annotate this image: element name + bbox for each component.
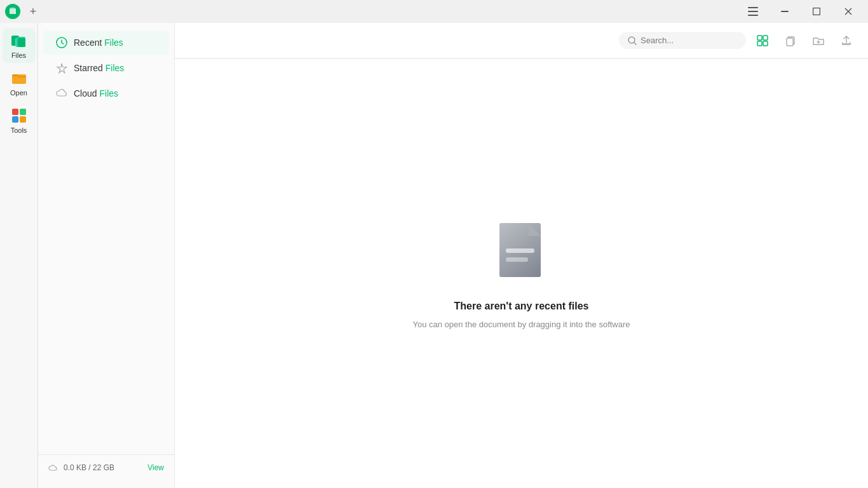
svg-rect-2 [748,15,758,16]
sidebar-item-recent-label: Recent Files [74,37,123,48]
app-logo [5,4,20,19]
svg-rect-31 [506,257,528,262]
app-body: Files Open Tools [0,23,868,488]
maximize-button[interactable] [802,1,831,22]
svg-rect-3 [781,11,789,12]
clock-icon [56,37,67,48]
new-tab-button[interactable]: + [25,4,41,19]
files-icon [10,32,28,50]
sidebar-item-cloud[interactable]: Cloud Files [43,81,169,105]
sidebar-item-starred[interactable]: Starred Files [43,56,169,80]
search-box[interactable] [619,32,746,49]
sidebar-item-recent[interactable]: Recent Files [43,30,169,55]
search-icon [628,36,637,45]
svg-rect-24 [763,41,768,46]
nav-item-open-label: Open [10,89,27,97]
minimize-button[interactable] [770,1,799,22]
svg-rect-4 [813,8,820,15]
nav-item-files[interactable]: Files [3,28,36,63]
cloud-icon [56,88,67,99]
grid-icon [757,35,768,46]
add-folder-button[interactable] [807,29,830,52]
window-controls [738,1,863,22]
nav-item-tools[interactable]: Tools [3,103,36,138]
svg-rect-0 [748,7,758,8]
cloud-storage-label: 0.0 KB / 22 GB [64,463,114,472]
nav-sidebar: Files Open Tools [0,23,38,488]
svg-rect-1 [748,11,758,12]
titlebar: + [0,0,868,23]
copy-icon [785,35,796,46]
empty-state-title: There aren't any recent files [454,301,589,312]
svg-rect-16 [12,116,18,123]
starred-files-colored: Files [105,63,125,73]
open-icon [10,69,28,87]
cloud-storage-icon [48,463,58,473]
sidebar-item-cloud-label: Cloud Files [74,88,118,98]
search-input[interactable] [641,36,736,45]
menu-icon-button[interactable] [738,1,768,22]
svg-rect-17 [20,116,26,123]
copy-button[interactable] [779,29,802,52]
svg-rect-14 [12,109,18,115]
nav-item-open[interactable]: Open [3,65,36,100]
svg-rect-23 [757,41,762,46]
recent-files-colored: Files [104,37,123,48]
add-folder-icon [812,35,825,46]
sidebar-item-starred-label: Starred Files [74,63,124,73]
empty-state-subtitle: You can open the document by dragging it… [412,320,630,329]
sidebar-bottom: 0.0 KB / 22 GB View [38,454,174,480]
close-button[interactable] [834,1,863,22]
file-illustration [493,218,550,288]
svg-rect-21 [757,36,762,40]
toolbar [175,23,868,58]
star-icon [56,62,67,74]
nav-item-files-label: Files [11,51,26,59]
empty-state: There aren't any recent files You can op… [175,59,868,488]
main-content: There aren't any recent files You can op… [175,23,868,488]
upload-button[interactable] [835,29,858,52]
svg-rect-10 [18,38,25,47]
grid-view-button[interactable] [751,29,774,52]
svg-rect-13 [12,74,18,76]
svg-rect-22 [763,36,768,40]
svg-rect-30 [506,248,534,253]
cloud-files-colored: Files [99,88,118,98]
cloud-storage-view-button[interactable]: View [147,463,164,472]
svg-rect-26 [787,38,793,46]
left-sidebar: Recent Files Starred Files Cloud Files [38,23,175,488]
svg-line-20 [634,43,636,44]
tools-icon [10,107,28,125]
upload-icon [841,35,852,46]
svg-rect-15 [20,109,26,115]
nav-item-tools-label: Tools [11,126,27,134]
